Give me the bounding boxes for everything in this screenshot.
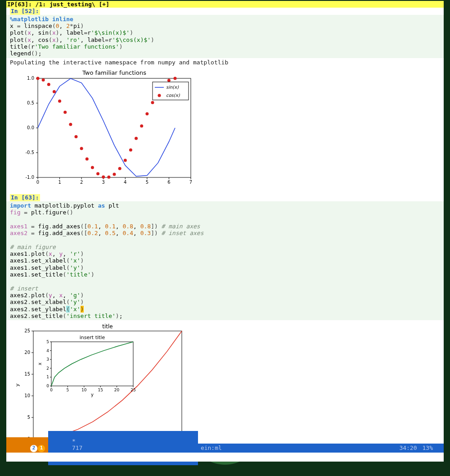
code-token: . — [27, 292, 31, 299]
code-token: . — [70, 202, 73, 209]
svg-text:10: 10 — [81, 388, 87, 392]
code-token: . — [27, 306, 31, 313]
code-token: ( — [24, 36, 27, 43]
code-token: , — [133, 230, 140, 236]
svg-text:sin(x): sin(x) — [166, 85, 179, 90]
svg-point-29 — [42, 78, 45, 82]
notebook-content[interactable]: In [52]: %matplotlib inline x = linspace… — [6, 8, 444, 444]
code-token: set_ylabel — [31, 306, 66, 313]
code-token: ; — [38, 50, 42, 57]
code-token: r — [108, 36, 112, 43]
svg-point-38 — [91, 166, 94, 169]
code-token: ; — [119, 313, 123, 319]
code-token: x — [49, 250, 52, 257]
modified-star: * — [72, 438, 76, 444]
svg-text:5: 5 — [27, 415, 30, 420]
code-token: ]) — [151, 230, 158, 236]
code-token: y — [49, 292, 52, 299]
code-token: set_xlabel — [31, 299, 66, 305]
code-token: , — [116, 223, 123, 230]
cell-input[interactable]: import matplotlib.pyplot as plt fig = pl… — [6, 201, 444, 321]
code-token: ) — [91, 271, 94, 278]
code-token: = — [105, 36, 108, 43]
cell-output-figure: title0123450510152025xyinsert title05101… — [6, 320, 444, 444]
code-token: . — [27, 271, 31, 278]
svg-text:15: 15 — [98, 388, 103, 392]
code-token: set_ylabel — [31, 264, 66, 271]
code-token: ) — [81, 23, 84, 29]
code-token: # main figure — [10, 244, 56, 250]
code-token: 0.5 — [105, 230, 115, 236]
code-token: ( — [24, 29, 27, 36]
svg-text:Two familiar functions: Two familiar functions — [82, 69, 146, 76]
svg-point-35 — [75, 135, 78, 138]
cell-input[interactable]: %matplotlib inline x = linspace(0, 2*pi)… — [6, 15, 444, 58]
svg-text:-1.0: -1.0 — [25, 175, 34, 180]
code-token: , — [133, 223, 140, 230]
code-token: 'Two familiar functions' — [35, 43, 119, 50]
workspace-pill-active[interactable]: 1 — [38, 445, 45, 452]
code-token: , — [98, 230, 105, 236]
code-token: ) — [81, 257, 84, 264]
code-token: axes1 — [10, 223, 31, 230]
svg-point-48 — [145, 112, 148, 115]
emacs-window: IP[63]: /1: just_testing\ [+] In [52]: %… — [6, 1, 444, 462]
svg-point-33 — [63, 111, 67, 114]
svg-text:3: 3 — [102, 180, 105, 185]
code-token: plt — [27, 209, 41, 216]
code-token: legend — [10, 50, 31, 57]
code-token: x — [10, 23, 17, 29]
code-token: axes2 — [10, 292, 27, 299]
buffer-size: 717 — [72, 444, 82, 451]
svg-text:7: 7 — [189, 180, 192, 185]
code-token: add_axes — [52, 230, 81, 236]
code-token: . — [27, 257, 31, 264]
code-token: ) — [81, 250, 84, 257]
code-token: 'x' — [70, 306, 80, 313]
code-token: ) — [130, 29, 133, 36]
code-token: set_xlabel — [31, 257, 66, 264]
code-token: axes2 — [10, 313, 27, 319]
svg-text:5: 5 — [67, 388, 69, 392]
code-token: axes1 — [10, 264, 27, 271]
code-token: , — [59, 36, 67, 43]
mode-line: 21 * 717 *ein: 8888/test.ipynb/just_test… — [6, 444, 444, 453]
svg-text:2: 2 — [46, 366, 49, 371]
code-token: # inset axes — [158, 230, 204, 236]
code-token: x — [52, 29, 56, 36]
code-token: 0.8 — [123, 223, 133, 230]
code-token: ]) — [151, 223, 158, 230]
svg-text:0: 0 — [46, 384, 49, 388]
svg-point-44 — [124, 159, 127, 162]
code-token: ) — [119, 43, 123, 50]
minibuffer[interactable] — [6, 453, 444, 462]
code-token: ) — [151, 36, 154, 43]
svg-point-31 — [53, 90, 56, 93]
svg-text:2: 2 — [80, 180, 83, 185]
svg-text:title: title — [102, 323, 112, 330]
code-token: , label — [81, 36, 105, 43]
workspace-pill[interactable]: 2 — [30, 445, 37, 452]
code-token: . — [27, 299, 31, 305]
svg-text:0: 0 — [36, 180, 39, 185]
code-token: axes1 — [10, 271, 27, 278]
code-token: axes2 — [10, 299, 27, 305]
svg-text:20: 20 — [114, 388, 120, 392]
code-token: = — [31, 230, 35, 236]
code-token: ( — [45, 250, 49, 257]
code-token: 'y' — [70, 264, 80, 271]
code-token: plot — [31, 250, 45, 257]
svg-text:15: 15 — [24, 372, 30, 376]
code-token: ) — [56, 36, 59, 43]
code-token: 'ro' — [66, 36, 80, 43]
code-token: 0.2 — [87, 230, 98, 236]
code-token: plt — [105, 202, 119, 209]
svg-text:insert title: insert title — [80, 335, 105, 340]
code-token: ) — [81, 299, 84, 305]
code-token: * — [70, 23, 73, 29]
code-token: fig — [35, 230, 49, 236]
code-token: set_title — [31, 271, 63, 278]
svg-text:20: 20 — [24, 350, 30, 355]
svg-point-42 — [113, 172, 116, 176]
svg-text:5: 5 — [146, 180, 148, 185]
